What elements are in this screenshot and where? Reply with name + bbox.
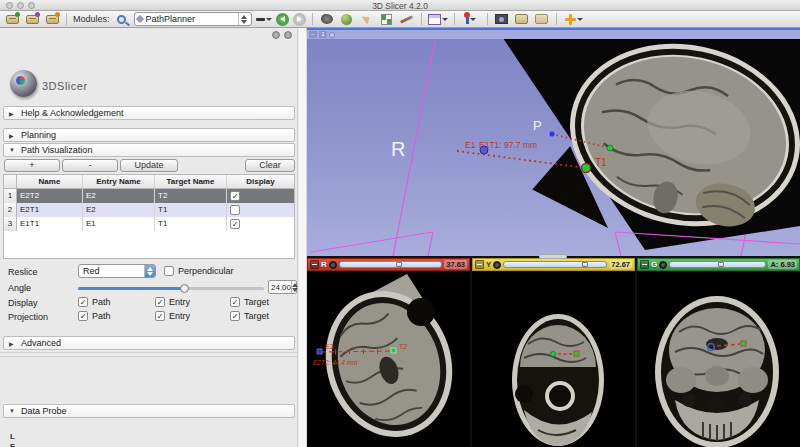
data-module-icon[interactable] [319,13,335,26]
collapsed-arrow-icon: ▶ [9,132,16,139]
green-slice-controller: G A: 6.93 [637,258,800,271]
section-planning[interactable]: ▶ Planning [3,128,295,142]
slice-offset-value: 72.67 [609,260,632,269]
update-button[interactable]: Update [120,159,178,172]
module-back-button[interactable] [276,13,289,26]
pin-icon[interactable] [329,32,335,38]
display-checkbox[interactable]: ✓ [230,219,240,229]
expanded-arrow-icon: ▼ [9,408,16,414]
titlebar: 3D Slicer 4.2.0 [0,0,800,11]
target-point-marker[interactable] [607,145,613,151]
view-layout-area: – 1 [307,28,800,447]
slider-handle[interactable] [180,284,189,293]
load-dicom-button[interactable] [24,13,40,26]
perpendicular-checkbox[interactable]: Perpendicular [164,266,234,276]
slider-handle[interactable] [718,262,724,267]
slice-offset-slider[interactable] [339,261,442,268]
display-checkbox[interactable]: ✓ [230,191,240,201]
editor-module-icon[interactable] [379,13,395,26]
entry-point-marker[interactable] [317,349,322,354]
slice-view-label: G [651,260,657,269]
markups-module-icon[interactable] [399,13,415,26]
view-id-badge: 1 [319,31,327,38]
module-search-icon[interactable] [114,13,130,26]
panel-menu-button[interactable] [284,31,292,39]
screenshot-button[interactable] [494,13,510,26]
projection-path-checkbox[interactable]: ✓Path [78,311,111,321]
threeD-view[interactable]: – 1 [307,30,800,256]
entry-point-marker[interactable] [549,131,555,137]
slice-offset-value: A: 6.93 [768,260,797,269]
display-target-checkbox[interactable]: ✓Target [230,297,269,307]
slice-menu-button[interactable] [640,260,649,269]
crosshair-button[interactable] [563,13,585,26]
red-slice-view[interactable]: E2 T2 E2T2: 44.4 mm [307,272,470,447]
slice-view-label: R [321,260,327,269]
section-data-probe[interactable]: ▼ Data Probe [3,404,295,418]
section-help-acknowledgement[interactable]: ▶ Help & Acknowledgement [3,106,295,120]
module-panel: 3DSlicer ▶ Help & Acknowledgement ▶ Plan… [0,28,298,447]
slicer-logo-text: 3DSlicer [42,80,88,92]
section-path-visualization[interactable]: ▼ Path Visualization [3,143,295,157]
slice-menu-button[interactable] [475,260,484,269]
combo-stepper-icon[interactable] [144,265,155,277]
view-menu-button[interactable]: – [309,31,317,38]
reslice-combobox[interactable]: Red [78,264,156,278]
display-entry-checkbox[interactable]: ✓Entry [155,297,190,307]
visibility-eye-icon[interactable] [493,261,501,269]
models-module-icon[interactable] [359,13,375,26]
remove-path-button[interactable]: - [62,159,118,172]
ruler-measurement-label: E2T2: 44.4 mm [313,359,358,366]
display-checkbox[interactable] [230,205,240,215]
slice-menu-button[interactable] [310,260,319,269]
table-row[interactable]: 1 E2T2 E2 T2 ✓ [4,189,294,203]
entry-annotation: E1 [465,140,476,150]
slider-handle[interactable] [582,262,588,267]
collapsed-arrow-icon: ▶ [9,340,16,347]
table-row[interactable]: 3 E1T1 E1 T1 ✓ [4,217,294,231]
display-path-checkbox[interactable]: ✓Path [78,297,111,307]
splitter-handle[interactable] [539,254,567,259]
save-scene-button[interactable] [44,13,60,26]
panel-pin-button[interactable] [272,31,280,39]
projection-label: Projection [8,312,48,322]
yellow-slice-view[interactable] [472,272,635,447]
panel-scroll-gutter[interactable] [299,28,307,447]
slider-handle[interactable] [396,262,402,267]
target-point-marker[interactable] [574,351,579,356]
slice-offset-slider[interactable] [669,261,766,268]
yellow-slice-controller: Y 72.67 [472,258,635,271]
view-focus-highlight [307,28,800,30]
module-forward-button[interactable] [293,13,306,26]
target-point-marker[interactable] [741,341,746,346]
entry-point-marker[interactable] [551,352,556,357]
combo-stepper-icon[interactable] [238,13,249,25]
load-scene-button[interactable] [4,13,20,26]
clear-button[interactable]: Clear [245,159,295,172]
visibility-eye-icon[interactable] [329,261,337,269]
section-advanced[interactable]: ▶ Advanced [3,336,295,350]
visibility-eye-icon[interactable] [659,261,667,269]
add-path-button[interactable]: + [4,159,60,172]
module-selector-combobox[interactable]: PathPlanner [134,12,252,26]
scene-view-capture-button[interactable] [514,13,530,26]
place-fiducial-button[interactable] [461,13,481,26]
display-label: Display [8,298,38,308]
layout-selector-button[interactable] [428,13,448,26]
expanded-arrow-icon: ▼ [9,147,16,153]
table-row[interactable]: 2 E2T1 E2 T1 [4,203,294,217]
angle-slider[interactable] [78,284,264,293]
angle-spinbox[interactable]: 24.00 [268,280,297,294]
target-point-marker[interactable] [582,164,591,173]
slice-offset-slider[interactable] [503,261,607,268]
threeD-scene: R P E1 E1T1: 97.7 mm T1 [307,30,800,256]
target-point-marker[interactable] [391,348,396,353]
projection-target-checkbox[interactable]: ✓Target [230,311,269,321]
green-slice-view[interactable] [637,272,800,447]
coronal-brain-image [655,296,779,447]
module-history-menu-button[interactable] [256,13,272,26]
volumes-module-icon[interactable] [339,13,355,26]
projection-entry-checkbox[interactable]: ✓Entry [155,311,190,321]
scene-view-restore-button[interactable] [534,13,550,26]
threeD-view-controller-bar[interactable]: – 1 [307,30,800,39]
